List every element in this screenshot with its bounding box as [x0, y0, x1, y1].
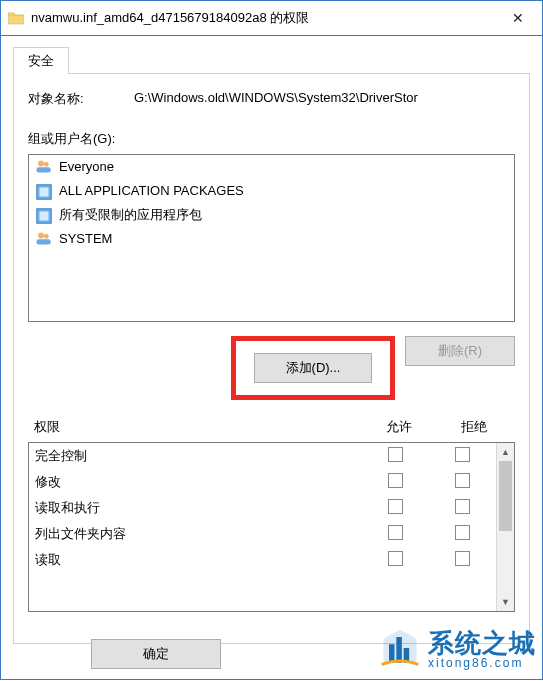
- list-item-label: ALL APPLICATION PACKAGES: [59, 181, 244, 201]
- deny-checkbox[interactable]: [455, 551, 470, 566]
- remove-button[interactable]: 删除(R): [405, 336, 515, 366]
- allow-checkbox[interactable]: [388, 551, 403, 566]
- permissions-scrollbar[interactable]: ▲ ▼: [496, 443, 514, 611]
- table-row: 修改: [29, 469, 496, 495]
- list-item[interactable]: SYSTEM: [29, 227, 514, 251]
- add-button-highlight: 添加(D)...: [231, 336, 395, 400]
- allow-column-label: 允许: [359, 418, 439, 436]
- list-item[interactable]: Everyone: [29, 155, 514, 179]
- allow-checkbox[interactable]: [388, 499, 403, 514]
- deny-checkbox[interactable]: [455, 447, 470, 462]
- deny-checkbox[interactable]: [455, 525, 470, 540]
- add-remove-row: 添加(D)... 删除(R): [28, 336, 515, 400]
- svg-point-8: [44, 234, 49, 239]
- package-icon: [35, 207, 53, 223]
- deny-checkbox[interactable]: [455, 473, 470, 488]
- permission-name: 修改: [35, 473, 356, 491]
- allow-checkbox[interactable]: [388, 473, 403, 488]
- object-label: 对象名称:: [28, 90, 134, 108]
- package-icon: [35, 183, 53, 199]
- object-path: G:\Windows.old\WINDOWS\System32\DriverSt…: [134, 90, 515, 108]
- table-row: 读取和执行: [29, 495, 496, 521]
- tab-security[interactable]: 安全: [13, 47, 69, 75]
- users-icon: [35, 231, 53, 247]
- list-item-label: 所有受限制的应用程序包: [59, 205, 202, 225]
- table-row: 完全控制: [29, 443, 496, 469]
- tab-strip: 安全: [13, 46, 530, 74]
- scroll-down-icon[interactable]: ▼: [497, 593, 514, 611]
- permission-name: 列出文件夹内容: [35, 525, 356, 543]
- groups-label: 组或用户名(G):: [28, 130, 515, 148]
- svg-point-1: [44, 162, 49, 167]
- users-icon: [35, 159, 53, 175]
- permission-name: 读取: [35, 551, 356, 569]
- svg-rect-2: [37, 167, 51, 172]
- svg-rect-4: [40, 188, 49, 197]
- svg-rect-9: [37, 239, 51, 244]
- list-item-label: Everyone: [59, 157, 114, 177]
- svg-rect-6: [40, 212, 49, 221]
- list-item[interactable]: ALL APPLICATION PACKAGES: [29, 179, 514, 203]
- table-row: 读取: [29, 547, 496, 573]
- groups-list[interactable]: Everyone ALL APPLICATION PACKAGES 所有受限制的…: [28, 154, 515, 322]
- svg-point-7: [38, 233, 44, 239]
- allow-checkbox[interactable]: [388, 525, 403, 540]
- window-title: nvamwu.inf_amd64_d4715679184092a8 的权限: [31, 9, 494, 27]
- tab-content: 对象名称: G:\Windows.old\WINDOWS\System32\Dr…: [13, 74, 530, 644]
- list-item-label: SYSTEM: [59, 229, 112, 249]
- permission-name: 读取和执行: [35, 499, 356, 517]
- deny-checkbox[interactable]: [455, 499, 470, 514]
- add-button[interactable]: 添加(D)...: [254, 353, 372, 383]
- title-bar: nvamwu.inf_amd64_d4715679184092a8 的权限 ✕: [0, 0, 543, 36]
- close-button[interactable]: ✕: [494, 1, 542, 35]
- window-body: 安全 对象名称: G:\Windows.old\WINDOWS\System32…: [0, 36, 543, 680]
- permissions-table: 完全控制 修改 读取和执行 列出文件夹内容: [28, 442, 515, 612]
- close-icon: ✕: [512, 10, 524, 26]
- scroll-up-icon[interactable]: ▲: [497, 443, 514, 461]
- permissions-header: 权限 允许 拒绝: [28, 418, 515, 442]
- permissions-rows: 完全控制 修改 读取和执行 列出文件夹内容: [29, 443, 496, 611]
- permission-name: 完全控制: [35, 447, 356, 465]
- scroll-track[interactable]: [497, 461, 514, 593]
- object-row: 对象名称: G:\Windows.old\WINDOWS\System32\Dr…: [28, 90, 515, 108]
- svg-point-0: [38, 161, 44, 167]
- scroll-thumb[interactable]: [499, 461, 512, 531]
- table-row: 列出文件夹内容: [29, 521, 496, 547]
- allow-checkbox[interactable]: [388, 447, 403, 462]
- folder-icon: [7, 9, 25, 27]
- permissions-label: 权限: [34, 418, 359, 436]
- deny-column-label: 拒绝: [439, 418, 509, 436]
- ok-button[interactable]: 确定: [91, 639, 221, 669]
- list-item[interactable]: 所有受限制的应用程序包: [29, 203, 514, 227]
- ok-row: 确定: [1, 639, 542, 669]
